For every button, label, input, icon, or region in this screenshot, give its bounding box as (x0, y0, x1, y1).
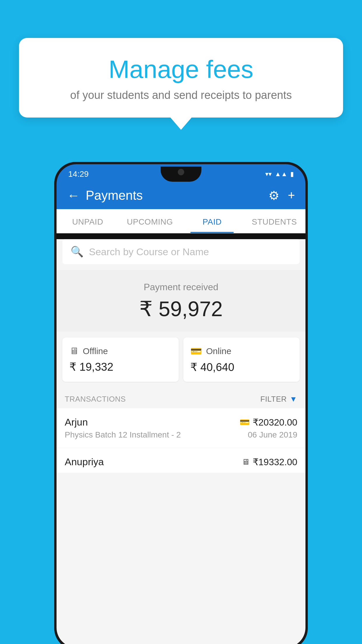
bubble-title: Manage fees (34, 55, 328, 83)
payment-type-icon: 💳 (240, 417, 250, 427)
offline-label: Offline (83, 346, 108, 356)
online-card: 💳 Online ₹ 40,640 (183, 337, 300, 382)
date-info: 06 June 2019 (248, 430, 297, 440)
search-bar[interactable]: 🔍 Search by Course or Name (62, 239, 300, 264)
offline-icon: 🖥 (69, 346, 79, 356)
offline-amount: ₹ 19,332 (69, 360, 172, 373)
status-icons: ▾▾ ▲▲ ▮ (265, 170, 294, 178)
payment-cards-row: 🖥 Offline ₹ 19,332 💳 Online ₹ 40,640 (57, 332, 305, 388)
transactions-label: TRANSACTIONS (65, 395, 126, 404)
amount-value: ₹20320.00 (253, 417, 297, 428)
transactions-header: TRANSACTIONS FILTER ▼ (57, 388, 305, 408)
screen-title: Payments (86, 188, 268, 203)
student-name: Arjun (65, 416, 88, 428)
wifi-icon: ▾▾ (265, 170, 272, 178)
course-info: Physics Batch 12 Installment - 2 (65, 430, 181, 440)
payment-total-amount: ₹ 59,972 (65, 297, 297, 321)
table-row[interactable]: Arjun 💳 ₹20320.00 Physics Batch 12 Insta… (57, 408, 305, 448)
bubble-subtitle: of your students and send receipts to pa… (34, 89, 328, 102)
table-row[interactable]: Anupriya 🖥 ₹19332.00 (57, 448, 305, 473)
app-bar-icons: ⚙ + (268, 188, 295, 203)
offline-card: 🖥 Offline ₹ 19,332 (62, 337, 179, 382)
add-button[interactable]: + (288, 188, 295, 202)
search-placeholder: Search by Course or Name (89, 246, 209, 258)
tab-upcoming[interactable]: UPCOMING (119, 209, 181, 233)
filter-icon: ▼ (290, 395, 297, 404)
tab-students[interactable]: STUDENTS (243, 209, 306, 233)
payment-summary: Payment received ₹ 59,972 (57, 270, 305, 332)
tab-paid[interactable]: PAID (181, 209, 243, 233)
search-icon: 🔍 (71, 246, 84, 258)
filter-label: FILTER (260, 395, 287, 404)
back-button[interactable]: ← (67, 188, 80, 203)
online-amount: ₹ 40,640 (190, 361, 293, 374)
student-name: Anupriya (65, 456, 104, 468)
settings-button[interactable]: ⚙ (268, 188, 280, 203)
notch (161, 167, 201, 182)
signal-icon: ▲▲ (275, 170, 287, 178)
app-bar: ← Payments ⚙ + (57, 182, 305, 209)
tab-unpaid[interactable]: UNPAID (57, 209, 119, 233)
tab-bar: UNPAID UPCOMING PAID STUDENTS (57, 209, 305, 233)
amount-value: ₹19332.00 (253, 456, 297, 468)
camera (178, 169, 184, 175)
status-time: 14:29 (68, 169, 89, 179)
payment-received-label: Payment received (65, 282, 297, 293)
filter-button[interactable]: FILTER ▼ (260, 395, 297, 404)
phone-device: 14:29 ▾▾ ▲▲ ▮ ← Payments ⚙ + (54, 162, 308, 644)
amount-right: 💳 ₹20320.00 (240, 417, 297, 428)
speech-bubble: Manage fees of your students and send re… (19, 38, 343, 118)
app-content: 🔍 Search by Course or Name Payment recei… (57, 239, 305, 644)
online-label: Online (206, 346, 231, 356)
battery-icon: ▮ (290, 170, 294, 178)
online-icon: 💳 (190, 346, 202, 357)
payment-type-icon: 🖥 (242, 457, 250, 467)
amount-right: 🖥 ₹19332.00 (242, 456, 297, 468)
